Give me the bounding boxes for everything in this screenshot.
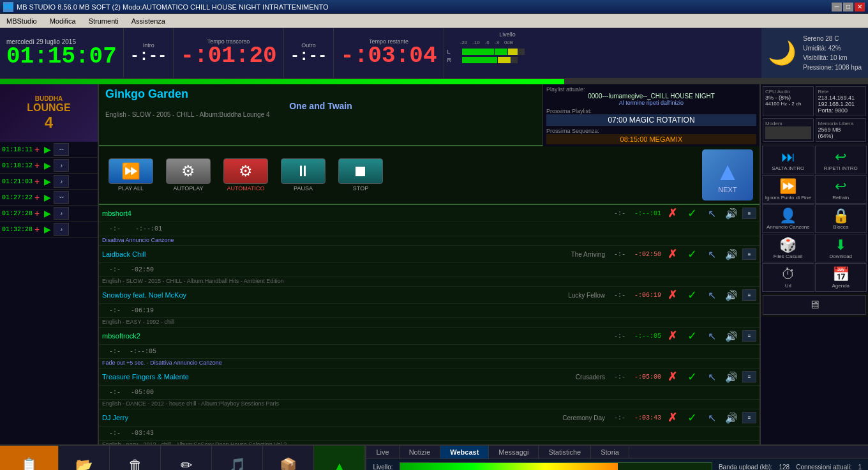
download-icon: ⬇ (835, 237, 846, 254)
autoplay-button[interactable]: ⚙ AUTOPLAY (163, 158, 214, 192)
table-row[interactable]: Treasure Fingers & Malente Crusaders -:-… (99, 368, 760, 386)
autoplay-icon: ⚙ (166, 158, 211, 184)
table-row[interactable]: DJ Jerry Ceremony Day -:- -:03:43 ✗ ✓ ↖ … (99, 409, 760, 427)
play-btn-3[interactable]: ▶ (44, 176, 52, 186)
automatico-button[interactable]: ⚙ AUTOMATICO (220, 158, 271, 192)
goto-btn[interactable]: ↖ (708, 330, 716, 342)
table-row[interactable]: mbsoftrock2 -:- -:--:05 ✗ ✓ ↖ 🔊 ≡ (99, 328, 760, 345)
restore-button[interactable]: □ (843, 3, 853, 11)
ripeti-intro-button[interactable]: ↩ RIPETI INTRO (815, 146, 867, 174)
list-icon: ≡ (742, 289, 756, 301)
item-icon-6: ♪ (54, 223, 69, 236)
extra-right-button[interactable]: 🖥 (761, 293, 868, 317)
play-btn-5[interactable]: ▶ (44, 208, 52, 218)
ignora-fine-button[interactable]: ⏩ Ignora Punto di Fine (762, 175, 814, 204)
tab-webcast[interactable]: Webcast (440, 446, 489, 459)
check-btn[interactable]: ✓ (687, 247, 697, 261)
left-sidebar: BUDDHA LOUNGE 4 01:18:11 + ▶ 〰 01:18:12 … (0, 84, 99, 444)
check-btn[interactable]: ✓ (687, 288, 697, 302)
add-btn-1[interactable]: + (34, 144, 42, 155)
tab-storia[interactable]: Storia (591, 446, 629, 459)
sidebar-item-2[interactable]: 01:18:12 + ▶ ♪ (0, 158, 98, 174)
play-btn-1[interactable]: ▶ (44, 144, 52, 155)
goto-btn[interactable]: ↖ (708, 208, 716, 220)
blocca-button[interactable]: 🔒 Blocca (815, 204, 867, 233)
goto-btn[interactable]: ↖ (708, 371, 716, 383)
table-row-detail: -:- -:--:05 (99, 345, 760, 359)
menu-mbstudio[interactable]: MBStudio (3, 16, 40, 26)
remove-btn[interactable]: ✗ (668, 329, 677, 343)
play-all-button[interactable]: ⏩ PLAY ALL (105, 158, 156, 192)
carica-playlist-button[interactable]: 📂 Carica Playlist (59, 446, 110, 470)
goto-btn[interactable]: ↖ (708, 289, 716, 301)
canzoni-button[interactable]: 🎵 Canzoni (212, 446, 263, 470)
sidebar-item-6[interactable]: 01:32:28 + ▶ ♪ (0, 222, 98, 238)
tab-messaggi[interactable]: Messaggi (489, 446, 539, 459)
sequenze-button[interactable]: 📦 Sequenze Orarie (263, 446, 314, 470)
download-button[interactable]: ⬇ Download (815, 234, 867, 262)
play-btn-2[interactable]: ▶ (44, 160, 52, 171)
files-casuali-button[interactable]: 🎲 Files Casuali (762, 234, 814, 262)
up-arrow-button[interactable]: ▲ (314, 446, 365, 470)
pausa-icon: ⏸ (281, 158, 326, 184)
playlist-table[interactable]: mbshort4 -:- -:--:01 ✗ ✓ ↖ 🔊 ≡ -:- -:--:… (99, 205, 760, 444)
sidebar-item-4[interactable]: 01:27:22 + ▶ 〰 (0, 190, 98, 206)
tab-notizie[interactable]: Notizie (400, 446, 441, 459)
add-btn-6[interactable]: + (34, 224, 42, 234)
extra-icon: 🖥 (809, 298, 820, 312)
audio-level-fill (400, 463, 618, 470)
add-btn-5[interactable]: + (34, 208, 42, 218)
sidebar-item-1[interactable]: 01:18:11 + ▶ 〰 (0, 142, 98, 158)
close-button[interactable]: ✕ (855, 3, 865, 11)
banda-value: 128 (779, 464, 789, 471)
sidebar-item-3[interactable]: 01:21:03 + ▶ ♪ (0, 174, 98, 190)
table-row[interactable]: Snowboy feat. Noel McKoy Lucky Fellow -:… (99, 287, 760, 304)
play-btn-6[interactable]: ▶ (44, 224, 52, 234)
edita-playlist-button[interactable]: ✏ Edita PlayList (161, 446, 212, 470)
list-icon: ≡ (742, 371, 756, 383)
table-row[interactable]: mbshort4 -:- -:--:01 ✗ ✓ ↖ 🔊 ≡ (99, 205, 760, 222)
table-row-detail: -:- -06:19 (99, 304, 760, 318)
now-playing-bar: Ginkgo Garden One and Twain English - SL… (99, 84, 760, 146)
remove-btn[interactable]: ✗ (668, 247, 677, 261)
url-button[interactable]: ⏱ Url (762, 263, 814, 292)
automatico-icon: ⚙ (223, 158, 268, 184)
next-button[interactable]: ▲ NEXT (702, 149, 753, 201)
remove-btn[interactable]: ✗ (668, 288, 677, 302)
ripeti-intro-icon: ↩ (835, 149, 846, 165)
pausa-button[interactable]: ⏸ PAUSA (278, 158, 329, 192)
azzera-playlist-button[interactable]: 🗑 Azzera Playlist (110, 446, 161, 470)
refrain-button[interactable]: ↩ Refrain (815, 175, 867, 204)
minimize-button[interactable]: ─ (832, 3, 842, 11)
tab-live[interactable]: Live (366, 446, 399, 459)
sidebar-item-5[interactable]: 01:27:28 + ▶ ♪ (0, 206, 98, 222)
goto-btn[interactable]: ↖ (708, 412, 716, 424)
goto-btn[interactable]: ↖ (708, 248, 716, 261)
menu-modifica[interactable]: Modifica (47, 16, 79, 26)
add-btn-2[interactable]: + (34, 160, 42, 171)
table-row-detail: -:- -02:50 (99, 263, 760, 277)
menu-strumenti[interactable]: Strumenti (86, 16, 122, 26)
check-btn[interactable]: ✓ (687, 329, 697, 343)
check-btn[interactable]: ✓ (687, 206, 697, 220)
tab-statistiche[interactable]: Statistiche (539, 446, 591, 459)
annuncio-button[interactable]: 👤 Annuncio Canzone (762, 204, 814, 233)
check-btn[interactable]: ✓ (687, 370, 697, 384)
track-detail: Fade out +5 sec. - Disattiva Annuncio Ca… (99, 359, 760, 368)
salta-intro-button[interactable]: ⏭ SALTA INTRO (762, 146, 814, 174)
remove-btn[interactable]: ✗ (668, 411, 677, 425)
playlist-vivo-button[interactable]: 📋 PLAYLIST DAL VIVO (0, 446, 59, 470)
stop-button[interactable]: ⏹ STOP (335, 158, 386, 192)
add-btn-4[interactable]: + (34, 192, 42, 202)
edita-icon: ✏ (181, 457, 192, 471)
next-arrow-icon: ▲ (715, 157, 740, 186)
remove-btn[interactable]: ✗ (668, 370, 677, 384)
remove-btn[interactable]: ✗ (668, 206, 677, 220)
menu-assistenza[interactable]: Assistenza (128, 16, 168, 26)
add-btn-3[interactable]: + (34, 176, 42, 186)
progress-bar-container[interactable] (0, 79, 868, 84)
check-btn[interactable]: ✓ (687, 411, 697, 425)
play-btn-4[interactable]: ▶ (44, 192, 52, 202)
table-row[interactable]: Laidback Chill The Arriving -:- -:02:50 … (99, 246, 760, 263)
agenda-button[interactable]: 📅 Agenda (815, 263, 867, 292)
